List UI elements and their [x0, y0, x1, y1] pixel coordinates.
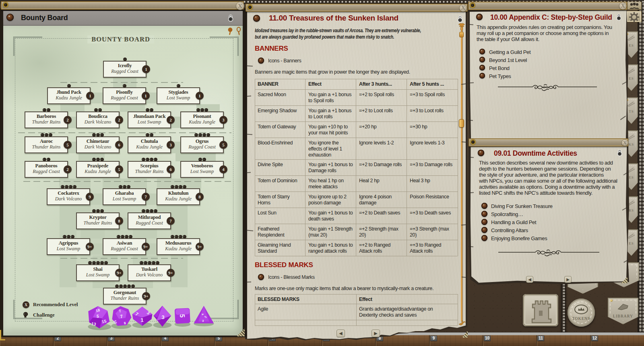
svg-text:5: 5: [97, 314, 99, 319]
svg-text:5: 5: [179, 314, 186, 318]
svg-text:3: 3: [161, 314, 165, 320]
svg-text:3: 3: [202, 319, 204, 323]
svg-text:1: 1: [140, 317, 144, 323]
svg-text:13: 13: [91, 321, 96, 327]
